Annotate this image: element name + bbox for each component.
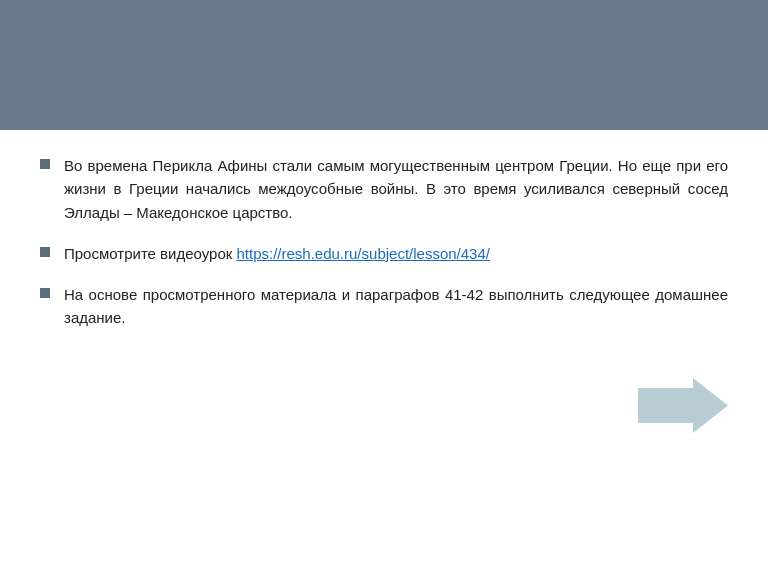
list-item: Во времена Перикла Афины стали самым мог… bbox=[40, 154, 728, 224]
bullet-icon bbox=[40, 159, 50, 169]
arrow-container bbox=[0, 378, 768, 433]
content-area: Во времена Перикла Афины стали самым мог… bbox=[0, 130, 768, 368]
bullet-text-2: Просмотрите видеоурок https://resh.edu.r… bbox=[64, 242, 490, 265]
list-item: Просмотрите видеоурок https://resh.edu.r… bbox=[40, 242, 728, 265]
list-item: На основе просмотренного материала и пар… bbox=[40, 283, 728, 330]
pre-link-text: Просмотрите видеоурок bbox=[64, 245, 236, 262]
bullet-text-1: Во времена Перикла Афины стали самым мог… bbox=[64, 154, 728, 224]
bullet-text-3: На основе просмотренного материала и пар… bbox=[64, 283, 728, 330]
bullet-icon bbox=[40, 247, 50, 257]
arrow-icon bbox=[638, 378, 728, 433]
bullet-icon bbox=[40, 288, 50, 298]
top-banner bbox=[0, 0, 768, 130]
video-link[interactable]: https://resh.edu.ru/subject/lesson/434/ bbox=[236, 245, 489, 262]
next-arrow-button[interactable] bbox=[638, 378, 728, 433]
svg-marker-0 bbox=[638, 378, 728, 433]
